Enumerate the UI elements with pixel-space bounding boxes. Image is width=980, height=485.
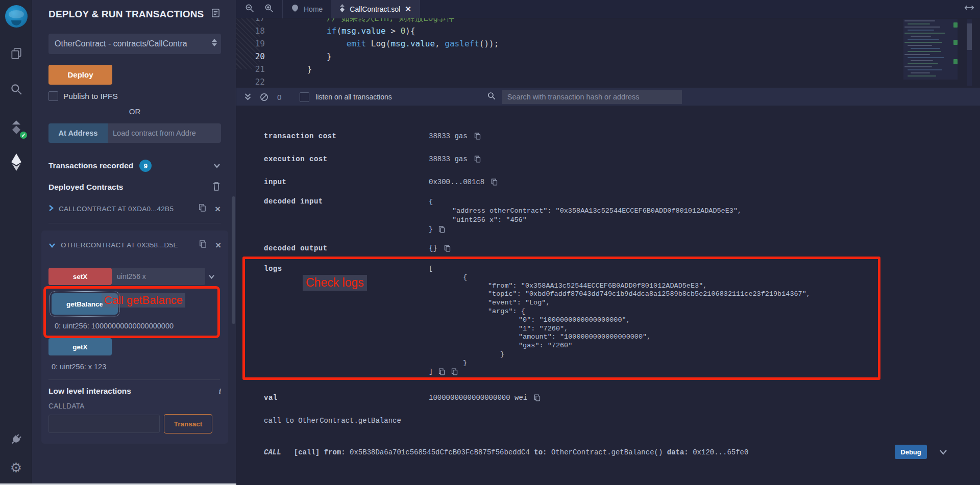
copy-icon[interactable] (438, 368, 446, 376)
getbalance-button[interactable]: getBalance (52, 293, 118, 315)
or-label: OR (48, 107, 221, 116)
code-editor[interactable]: 17// 如果转入ETH, 则释放Log事件18if(msg.value > 0… (236, 18, 980, 88)
terminal-field-label: logs (264, 265, 282, 273)
tab-file-label: CallContract.sol (350, 5, 400, 13)
terminal-search-icon (487, 91, 496, 103)
copy-icon[interactable] (491, 178, 498, 186)
main-area: Home CallContract.sol ✕ 17// 如果转入ETH, 则释… (236, 0, 980, 485)
deploy-run-panel: DEPLOY & RUN TRANSACTIONS OtherContract … (32, 0, 236, 485)
copy-icon[interactable] (533, 394, 541, 402)
remix-home-icon (291, 4, 299, 14)
contract-select[interactable]: OtherContract - contracts/CallContra (48, 34, 221, 54)
chevron-down-icon[interactable] (213, 161, 220, 170)
tab-home[interactable]: Home (282, 0, 331, 18)
terminal-json-line: "address otherContract": "0x358AA13c5254… (429, 207, 742, 216)
calldata-input[interactable] (48, 415, 160, 433)
deploy-button[interactable]: Deploy (48, 65, 112, 85)
chevron-down-icon[interactable] (48, 241, 56, 250)
terminal-field-label: decoded input (264, 197, 323, 206)
debug-button[interactable]: Debug (895, 445, 927, 459)
copy-icon[interactable] (451, 368, 458, 376)
terminal-field-value: {} (429, 244, 451, 252)
collapse-terminal-icon[interactable] (244, 93, 252, 101)
zoom-in-icon[interactable] (264, 3, 274, 15)
contract-select-value: OtherContract - contracts/CallContra (55, 39, 187, 48)
docs-icon[interactable] (211, 8, 220, 20)
close-icon[interactable]: × (215, 204, 220, 214)
code-line[interactable]: 18if(msg.value > 0){ (236, 24, 980, 37)
othercontract-instance-row[interactable]: OTHERCONTRACT AT 0X358...D5E × (48, 240, 221, 250)
info-icon[interactable]: i (219, 387, 221, 396)
solidity-file-icon (339, 4, 345, 14)
at-address-input[interactable] (108, 123, 221, 143)
copy-icon[interactable] (438, 225, 446, 234)
panel-title: DEPLOY & RUN TRANSACTIONS (48, 9, 204, 20)
editor-minimap[interactable] (903, 19, 958, 80)
zoom-out-icon[interactable] (244, 3, 255, 15)
expand-horizontal-icon[interactable] (964, 4, 975, 13)
callcontract-instance-label: CALLCONTRACT AT 0XDA0...42B5 (59, 205, 174, 213)
at-address-button[interactable]: At Address (48, 123, 108, 143)
terminal: 0 listen on all transactions transaction… (236, 88, 980, 485)
copy-icon[interactable] (474, 155, 481, 163)
listened-tx-count: 0 (277, 93, 281, 101)
trash-icon[interactable] (212, 182, 220, 193)
terminal-field-label: execution cost (264, 155, 328, 163)
deploy-run-icon[interactable] (0, 153, 32, 171)
terminal-json-line: "gas": "7260" (429, 342, 811, 350)
publish-ipfs-checkbox[interactable] (48, 91, 58, 101)
plugin-manager-icon[interactable] (0, 431, 32, 447)
code-text: // 如果转入ETH, 则释放Log事件 (272, 18, 454, 24)
copy-icon[interactable] (199, 240, 207, 250)
chevron-right-icon[interactable] (48, 205, 54, 214)
terminal-json-line: "from": "0x358AA13c52544ECCEF6B0ADD0f801… (429, 282, 811, 291)
terminal-json-line: "topic": "0xbd0faddf87043dd749c1b9d4dca8… (429, 290, 811, 299)
remix-ide-window: ✓ ⚙ DEPLOY & RUN TRANSACTIONS OtherContr… (0, 0, 980, 485)
editor-scrollbar[interactable] (967, 19, 972, 86)
low-level-interactions-label: Low level interactions (48, 387, 131, 396)
chevron-down-icon[interactable] (208, 272, 215, 281)
terminal-json-line: "uint256 x": "456" (429, 216, 742, 225)
copy-icon[interactable] (474, 132, 481, 140)
getx-button[interactable]: getX (48, 338, 112, 355)
close-icon[interactable]: × (215, 240, 221, 250)
transactions-count-badge: 9 (139, 160, 152, 172)
code-line[interactable]: 19emit Log(msg.value, gasleft()); (236, 37, 980, 50)
remix-logo-icon[interactable] (0, 4, 32, 29)
terminal-json-line: } (429, 359, 811, 368)
code-line[interactable]: 20} (236, 50, 980, 63)
file-explorer-icon[interactable] (0, 46, 32, 61)
listen-all-transactions-checkbox[interactable] (300, 92, 309, 102)
search-icon[interactable] (0, 82, 32, 97)
setx-button[interactable]: setX (48, 268, 112, 285)
code-line[interactable]: 21} (236, 63, 980, 75)
tab-callcontract-sol[interactable]: CallContract.sol ✕ (331, 0, 420, 18)
settings-gear-icon[interactable]: ⚙ (0, 460, 32, 475)
copy-icon[interactable] (444, 244, 451, 252)
chevron-down-icon[interactable] (939, 448, 947, 457)
terminal-json-line: } (429, 225, 742, 234)
terminal-field-label: decoded output (264, 244, 328, 252)
callcontract-instance-row[interactable]: CALLCONTRACT AT 0XDA0...42B5 × (48, 203, 220, 214)
call-log-line: CALL [call] from: 0x5B38Da6a701c568545dC… (264, 448, 980, 456)
terminal-json-line: "amount": "1000000000000000000", (429, 333, 811, 342)
setx-input[interactable] (112, 268, 205, 285)
code-text: } (272, 50, 332, 63)
copy-icon[interactable] (198, 203, 207, 214)
panel-scrollbar[interactable] (232, 196, 235, 324)
call-summary-line: call to OtherContract.getBalance (264, 417, 401, 425)
terminal-json-line: { (429, 197, 742, 207)
terminal-json-line: "0": "1000000000000000000", (429, 316, 811, 325)
code-line[interactable]: 22 (236, 75, 980, 88)
terminal-json-line: "args": { (429, 308, 811, 316)
clear-console-icon[interactable] (260, 93, 268, 101)
transact-button[interactable]: Transact (164, 414, 212, 433)
close-tab-icon[interactable]: ✕ (405, 5, 411, 14)
listen-all-transactions-label: listen on all transactions (315, 93, 391, 101)
terminal-field-label: val (264, 394, 278, 402)
solidity-compiler-icon[interactable]: ✓ (0, 118, 32, 137)
terminal-search-input[interactable] (502, 90, 682, 104)
code-line[interactable]: 17// 如果转入ETH, 则释放Log事件 (236, 18, 980, 24)
transactions-recorded-label: Transactions recorded (48, 161, 133, 170)
compile-success-badge: ✓ (19, 131, 28, 140)
